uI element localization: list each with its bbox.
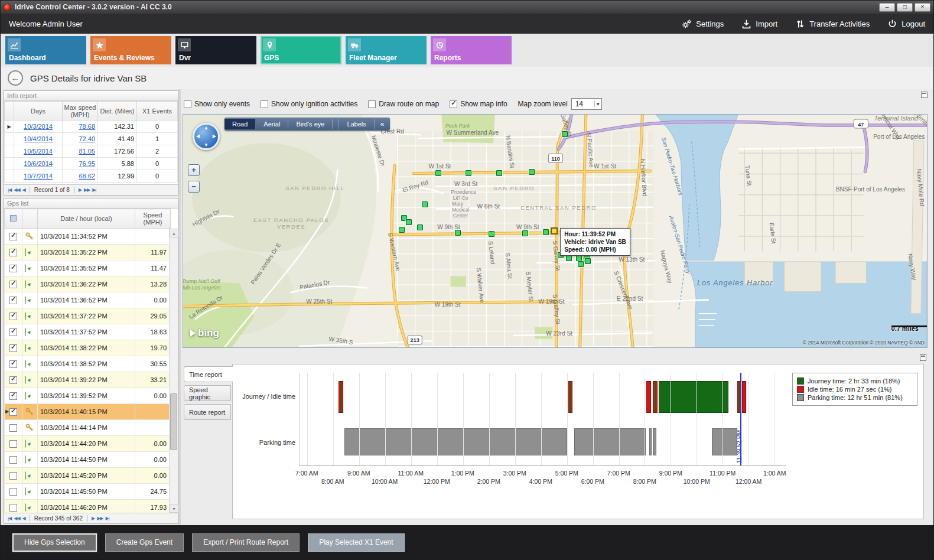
gps-row-checkbox[interactable] [9, 392, 17, 400]
max-speed-link[interactable]: 72.40 [79, 135, 95, 142]
gps-row-checkbox[interactable] [9, 328, 17, 336]
day-link[interactable]: 10/5/2014 [24, 148, 53, 155]
gps-list-row[interactable]: 10/3/2014 11:35:52 PM11.47 [5, 261, 171, 276]
map-zoom-out-button[interactable]: − [188, 181, 200, 193]
create-gps-event-button[interactable]: Create Gps Event [105, 533, 184, 552]
day-link[interactable]: 10/6/2014 [24, 160, 53, 167]
gps-row-checkbox[interactable] [9, 456, 17, 464]
pager-prev-button[interactable]: ◀ [21, 516, 27, 521]
info-report-row[interactable]: 10/4/201472.4041.491 [5, 133, 178, 145]
gps-route-marker[interactable] [489, 231, 494, 237]
minimize-button[interactable]: – [879, 3, 895, 12]
map-view-tab-road[interactable]: Road [224, 119, 256, 129]
day-link[interactable]: 10/4/2014 [24, 135, 53, 142]
column-header-speed[interactable]: Speed (MPH) [135, 209, 171, 229]
gps-row-checkbox[interactable] [9, 408, 17, 416]
gps-row-checkbox[interactable] [9, 472, 17, 480]
gps-list-row[interactable]: 10/3/2014 11:37:22 PM29.05 [5, 308, 171, 324]
info-report-row[interactable]: 10/6/201476.955.880 [5, 158, 178, 170]
map-option-draw-route-on-map[interactable]: Draw route on map [368, 100, 439, 108]
map-container[interactable]: Peck ParkCrest RdW Summerland AveMirales… [183, 114, 928, 348]
gps-list-row[interactable]: 10/3/2014 11:45:20 PM0.00 [5, 468, 171, 484]
gps-route-marker[interactable] [466, 170, 471, 176]
map-tabs-collapse-button[interactable]: « [375, 118, 390, 130]
pager-next-fast-button[interactable]: ▶▶ [96, 516, 104, 521]
gps-route-marker[interactable] [496, 170, 502, 176]
gps-list-row[interactable]: 10/3/2014 11:38:52 PM30.55 [5, 356, 171, 372]
checkbox[interactable] [368, 100, 376, 108]
gps-route-marker[interactable] [529, 169, 535, 175]
maximize-map-panel-button[interactable] [921, 92, 928, 98]
gps-list-row[interactable]: 10/3/2014 11:36:22 PM13.28 [5, 276, 171, 292]
gps-list-row[interactable]: 10/3/2014 11:38:22 PM19.70 [5, 340, 171, 356]
pager-last-button[interactable]: ▶| [104, 516, 110, 521]
gps-route-marker[interactable] [578, 261, 584, 267]
gps-list-scrollbar[interactable]: ▲ ▼ [169, 229, 178, 513]
column-header-days[interactable]: Days [14, 102, 63, 121]
gps-list-row[interactable]: 10/3/2014 11:44:20 PM0.00 [5, 436, 171, 452]
day-link[interactable]: 10/7/2014 [24, 172, 53, 180]
max-speed-link[interactable]: 78.68 [79, 123, 95, 130]
map-view-tab-aerial[interactable]: Aerial [256, 119, 288, 129]
maximize-chart-panel-button[interactable] [920, 354, 926, 361]
column-header-dist[interactable]: Dist. (Miles) [98, 102, 137, 121]
play-selected-x1-event-button[interactable]: Play Selected X1 Event [308, 533, 404, 552]
maximize-button[interactable]: □ [897, 3, 913, 12]
back-button[interactable]: ← [8, 70, 23, 86]
max-speed-link[interactable]: 81.05 [79, 148, 95, 155]
gps-row-checkbox[interactable] [9, 424, 17, 432]
gps-route-marker[interactable] [417, 224, 423, 230]
gps-route-marker[interactable] [435, 170, 441, 176]
column-header-date-hour[interactable]: Date / hour (local) [38, 209, 135, 229]
map-option-show-only-events[interactable]: Show only events [184, 100, 250, 108]
gps-row-checkbox[interactable] [9, 265, 17, 272]
selected-gps-marker[interactable] [551, 227, 558, 235]
report-tab-time-report[interactable]: Time report [184, 366, 233, 382]
close-button[interactable]: × [915, 3, 930, 12]
nav-tile-events-reviews[interactable]: Events & Reviews [90, 36, 171, 64]
pager-next-button[interactable]: ▶ [77, 187, 83, 193]
pan-up-icon[interactable]: ▲ [204, 125, 209, 131]
map-compass-control[interactable]: ▲ ▼ ◀ ▶ [193, 123, 220, 150]
gps-list-row[interactable]: 10/3/2014 11:44:50 PM0.00 [5, 452, 171, 468]
column-header-x1-events[interactable]: X1 Events [137, 102, 178, 121]
map-labels-tab[interactable]: Labels [339, 119, 374, 129]
max-speed-link[interactable]: 76.95 [79, 160, 95, 167]
gps-row-checkbox[interactable] [9, 344, 17, 352]
gps-route-marker[interactable] [576, 255, 582, 261]
gps-row-checkbox[interactable] [9, 312, 17, 320]
gps-row-checkbox[interactable] [9, 249, 17, 256]
nav-tile-fleet-manager[interactable]: Fleet Manager [346, 36, 427, 64]
pan-right-icon[interactable]: ▶ [213, 134, 216, 139]
gps-list-row[interactable]: 10/3/2014 11:45:50 PM24.75 [5, 484, 171, 500]
pager-last-button[interactable]: ▶| [91, 187, 97, 193]
nav-tile-gps[interactable]: GPS [261, 36, 341, 64]
gps-route-marker[interactable] [522, 230, 528, 236]
report-tab-route-report[interactable]: Route report [184, 404, 231, 420]
nav-tile-reports[interactable]: Reports [431, 36, 512, 64]
pan-left-icon[interactable]: ◀ [196, 134, 200, 139]
gps-list-row[interactable]: 10/3/2014 11:39:22 PM33.21 [5, 372, 171, 388]
gps-row-checkbox[interactable] [9, 297, 17, 304]
gps-route-marker[interactable] [406, 219, 412, 225]
info-report-row[interactable]: 10/5/201481.05172.562 [5, 145, 178, 158]
scrollbar-thumb[interactable] [170, 393, 177, 450]
info-report-row[interactable]: 10/7/201468.6212.990 [5, 170, 178, 183]
gps-route-marker[interactable] [399, 227, 405, 233]
pager-next-fast-button[interactable]: ▶▶ [83, 187, 91, 193]
pager-prev-fast-button[interactable]: ◀◀ [12, 187, 21, 193]
gps-row-checkbox[interactable] [9, 281, 17, 288]
hide-gps-selection-button[interactable]: Hide Gps Selection [12, 533, 97, 552]
gps-route-marker[interactable] [422, 201, 428, 207]
pager-prev-button[interactable]: ◀ [21, 187, 27, 193]
gps-route-marker[interactable] [543, 229, 549, 235]
pager-first-button[interactable]: |◀ [6, 516, 12, 521]
map-zoom-in-button[interactable]: + [188, 164, 200, 176]
export-print-route-report-button[interactable]: Export / Print Route Report [192, 533, 300, 552]
gps-list-row[interactable]: 10/3/2014 11:36:52 PM0.00 [5, 292, 171, 308]
panel-splitter[interactable] [178, 89, 181, 525]
gps-list-row[interactable]: ▶10/3/2014 11:40:15 PM [5, 404, 171, 420]
gps-route-marker[interactable] [585, 258, 591, 264]
gps-list-row[interactable]: 10/3/2014 11:34:52 PM [5, 229, 171, 245]
gps-row-checkbox[interactable] [9, 360, 17, 368]
